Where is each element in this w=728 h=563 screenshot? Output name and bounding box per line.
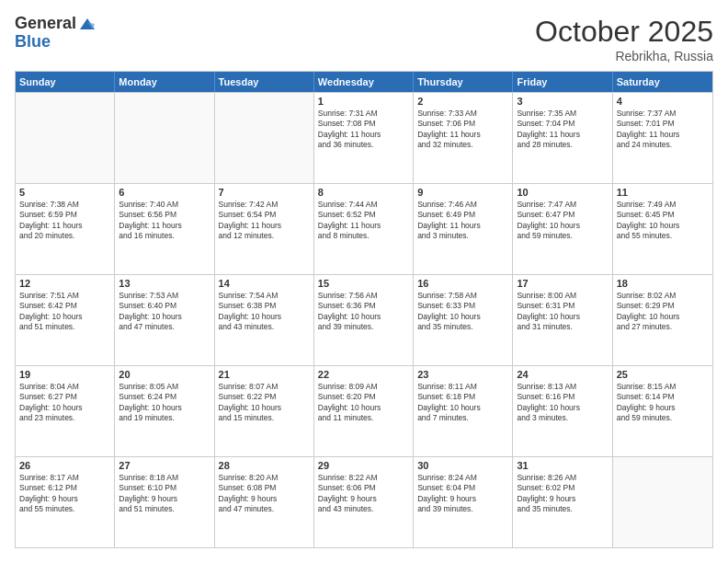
day-number: 24 — [517, 369, 608, 380]
day-info: Sunrise: 7:44 AM Sunset: 6:52 PM Dayligh… — [318, 200, 409, 242]
calendar-cell: 11Sunrise: 7:49 AM Sunset: 6:45 PM Dayli… — [613, 184, 712, 274]
calendar-cell: 22Sunrise: 8:09 AM Sunset: 6:20 PM Dayli… — [314, 366, 414, 456]
calendar-cell — [16, 93, 115, 183]
day-info: Sunrise: 8:22 AM Sunset: 6:06 PM Dayligh… — [318, 473, 409, 515]
day-number: 12 — [19, 278, 110, 289]
day-number: 14 — [219, 278, 310, 289]
day-info: Sunrise: 7:42 AM Sunset: 6:54 PM Dayligh… — [219, 200, 310, 242]
day-info: Sunrise: 8:18 AM Sunset: 6:10 PM Dayligh… — [119, 473, 210, 515]
header-wednesday: Wednesday — [314, 72, 414, 92]
day-number: 4 — [617, 96, 709, 107]
header-friday: Friday — [513, 72, 612, 92]
day-number: 1 — [318, 96, 409, 107]
day-number: 30 — [417, 460, 508, 471]
day-info: Sunrise: 7:37 AM Sunset: 7:01 PM Dayligh… — [617, 109, 709, 151]
day-info: Sunrise: 8:20 AM Sunset: 6:08 PM Dayligh… — [219, 473, 310, 515]
day-info: Sunrise: 8:07 AM Sunset: 6:22 PM Dayligh… — [219, 382, 310, 424]
day-number: 15 — [318, 278, 409, 289]
calendar-cell: 10Sunrise: 7:47 AM Sunset: 6:47 PM Dayli… — [513, 184, 612, 274]
day-info: Sunrise: 8:05 AM Sunset: 6:24 PM Dayligh… — [119, 382, 210, 424]
day-info: Sunrise: 7:51 AM Sunset: 6:42 PM Dayligh… — [19, 291, 110, 333]
day-info: Sunrise: 7:38 AM Sunset: 6:59 PM Dayligh… — [19, 200, 110, 242]
calendar-cell: 14Sunrise: 7:54 AM Sunset: 6:38 PM Dayli… — [215, 275, 314, 365]
calendar-cell — [613, 457, 712, 547]
day-info: Sunrise: 8:04 AM Sunset: 6:27 PM Dayligh… — [19, 382, 110, 424]
logo-blue: Blue — [15, 33, 97, 52]
calendar-cell: 29Sunrise: 8:22 AM Sunset: 6:06 PM Dayli… — [314, 457, 414, 547]
day-info: Sunrise: 8:15 AM Sunset: 6:14 PM Dayligh… — [617, 382, 709, 424]
calendar-week-2: 5Sunrise: 7:38 AM Sunset: 6:59 PM Daylig… — [16, 183, 712, 274]
calendar-cell: 1Sunrise: 7:31 AM Sunset: 7:08 PM Daylig… — [314, 93, 414, 183]
header-monday: Monday — [115, 72, 214, 92]
logo-icon — [78, 15, 97, 33]
header-thursday: Thursday — [414, 72, 513, 92]
calendar-week-5: 26Sunrise: 8:17 AM Sunset: 6:12 PM Dayli… — [16, 456, 712, 547]
day-number: 26 — [19, 460, 110, 471]
calendar-body: 1Sunrise: 7:31 AM Sunset: 7:08 PM Daylig… — [16, 92, 712, 547]
calendar-week-1: 1Sunrise: 7:31 AM Sunset: 7:08 PM Daylig… — [16, 92, 712, 183]
day-number: 5 — [19, 187, 110, 198]
day-number: 29 — [318, 460, 409, 471]
day-info: Sunrise: 7:56 AM Sunset: 6:36 PM Dayligh… — [318, 291, 409, 333]
day-info: Sunrise: 8:00 AM Sunset: 6:31 PM Dayligh… — [517, 291, 608, 333]
day-number: 10 — [517, 187, 608, 198]
calendar-cell — [215, 93, 314, 183]
calendar-cell: 12Sunrise: 7:51 AM Sunset: 6:42 PM Dayli… — [16, 275, 115, 365]
calendar-cell: 23Sunrise: 8:11 AM Sunset: 6:18 PM Dayli… — [414, 366, 513, 456]
calendar-week-4: 19Sunrise: 8:04 AM Sunset: 6:27 PM Dayli… — [16, 365, 712, 456]
calendar-cell: 3Sunrise: 7:35 AM Sunset: 7:04 PM Daylig… — [513, 93, 612, 183]
calendar-header: Sunday Monday Tuesday Wednesday Thursday… — [16, 72, 712, 92]
header-saturday: Saturday — [613, 72, 712, 92]
header: General Blue October 2025 Rebrikha, Russ… — [15, 15, 713, 63]
day-info: Sunrise: 8:13 AM Sunset: 6:16 PM Dayligh… — [517, 382, 608, 424]
day-info: Sunrise: 7:47 AM Sunset: 6:47 PM Dayligh… — [517, 200, 608, 242]
day-info: Sunrise: 8:09 AM Sunset: 6:20 PM Dayligh… — [318, 382, 409, 424]
calendar-cell: 18Sunrise: 8:02 AM Sunset: 6:29 PM Dayli… — [613, 275, 712, 365]
day-number: 16 — [417, 278, 508, 289]
day-info: Sunrise: 8:26 AM Sunset: 6:02 PM Dayligh… — [517, 473, 608, 515]
day-info: Sunrise: 8:24 AM Sunset: 6:04 PM Dayligh… — [417, 473, 508, 515]
day-info: Sunrise: 7:54 AM Sunset: 6:38 PM Dayligh… — [219, 291, 310, 333]
day-info: Sunrise: 8:11 AM Sunset: 6:18 PM Dayligh… — [417, 382, 508, 424]
logo-general: General — [15, 15, 76, 33]
calendar-cell: 25Sunrise: 8:15 AM Sunset: 6:14 PM Dayli… — [613, 366, 712, 456]
day-info: Sunrise: 7:35 AM Sunset: 7:04 PM Dayligh… — [517, 109, 608, 151]
day-number: 7 — [219, 187, 310, 198]
day-info: Sunrise: 7:53 AM Sunset: 6:40 PM Dayligh… — [119, 291, 210, 333]
day-number: 3 — [517, 96, 608, 107]
day-number: 23 — [417, 369, 508, 380]
day-number: 18 — [617, 278, 709, 289]
day-info: Sunrise: 7:49 AM Sunset: 6:45 PM Dayligh… — [617, 200, 709, 242]
calendar-cell: 17Sunrise: 8:00 AM Sunset: 6:31 PM Dayli… — [513, 275, 612, 365]
calendar-cell: 2Sunrise: 7:33 AM Sunset: 7:06 PM Daylig… — [414, 93, 513, 183]
day-number: 25 — [617, 369, 709, 380]
calendar-cell: 30Sunrise: 8:24 AM Sunset: 6:04 PM Dayli… — [414, 457, 513, 547]
calendar-cell: 16Sunrise: 7:58 AM Sunset: 6:33 PM Dayli… — [414, 275, 513, 365]
calendar-cell: 26Sunrise: 8:17 AM Sunset: 6:12 PM Dayli… — [16, 457, 115, 547]
calendar-cell: 7Sunrise: 7:42 AM Sunset: 6:54 PM Daylig… — [215, 184, 314, 274]
day-number: 11 — [617, 187, 709, 198]
month-title: October 2025 — [535, 15, 713, 49]
day-info: Sunrise: 7:40 AM Sunset: 6:56 PM Dayligh… — [119, 200, 210, 242]
calendar-cell: 8Sunrise: 7:44 AM Sunset: 6:52 PM Daylig… — [314, 184, 414, 274]
day-number: 27 — [119, 460, 210, 471]
calendar-cell: 6Sunrise: 7:40 AM Sunset: 6:56 PM Daylig… — [115, 184, 214, 274]
day-number: 21 — [219, 369, 310, 380]
day-info: Sunrise: 7:46 AM Sunset: 6:49 PM Dayligh… — [417, 200, 508, 242]
logo-text: General Blue — [15, 15, 97, 52]
calendar-cell: 20Sunrise: 8:05 AM Sunset: 6:24 PM Dayli… — [115, 366, 214, 456]
day-number: 17 — [517, 278, 608, 289]
day-number: 2 — [417, 96, 508, 107]
calendar-cell: 5Sunrise: 7:38 AM Sunset: 6:59 PM Daylig… — [16, 184, 115, 274]
subtitle: Rebrikha, Russia — [535, 49, 713, 63]
day-info: Sunrise: 8:17 AM Sunset: 6:12 PM Dayligh… — [19, 473, 110, 515]
header-sunday: Sunday — [16, 72, 115, 92]
day-info: Sunrise: 8:02 AM Sunset: 6:29 PM Dayligh… — [617, 291, 709, 333]
calendar-cell: 19Sunrise: 8:04 AM Sunset: 6:27 PM Dayli… — [16, 366, 115, 456]
calendar-cell: 31Sunrise: 8:26 AM Sunset: 6:02 PM Dayli… — [513, 457, 612, 547]
day-info: Sunrise: 7:58 AM Sunset: 6:33 PM Dayligh… — [417, 291, 508, 333]
title-block: October 2025 Rebrikha, Russia — [535, 15, 713, 63]
day-info: Sunrise: 7:31 AM Sunset: 7:08 PM Dayligh… — [318, 109, 409, 151]
calendar-cell: 24Sunrise: 8:13 AM Sunset: 6:16 PM Dayli… — [513, 366, 612, 456]
calendar-cell: 9Sunrise: 7:46 AM Sunset: 6:49 PM Daylig… — [414, 184, 513, 274]
